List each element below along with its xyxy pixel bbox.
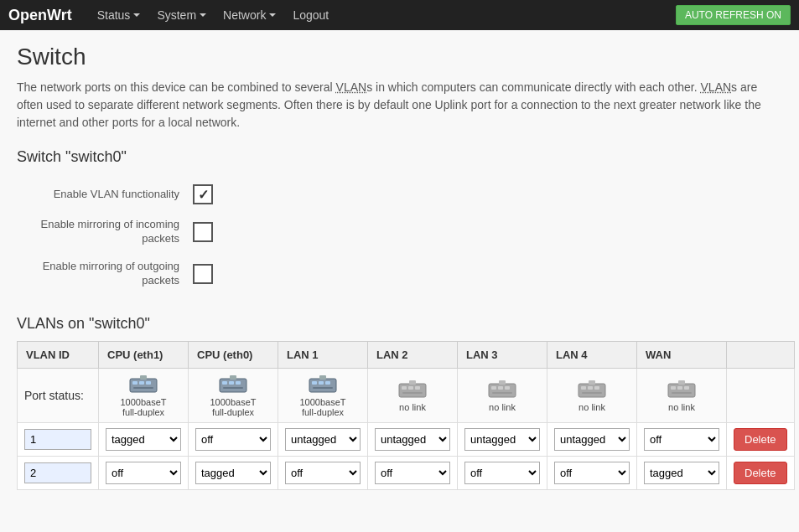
vlan-lan2-select-2[interactable]: off untagged tagged	[375, 462, 450, 484]
svg-rect-39	[684, 386, 689, 390]
svg-rect-28	[492, 392, 512, 394]
vlan-delete-cell-1: Delete	[727, 422, 795, 456]
svg-rect-13	[312, 381, 317, 385]
nav-system[interactable]: System	[148, 0, 215, 30]
svg-rect-10	[223, 387, 243, 389]
nav-network[interactable]: Network	[215, 0, 284, 30]
mirror-incoming-label: Enable mirroring of incoming packets	[17, 218, 193, 246]
vlan-lan1-select-1[interactable]: untagged off tagged	[285, 428, 361, 451]
mirror-incoming-checkbox[interactable]	[193, 222, 213, 242]
vlan-lan2-cell-1: untagged off tagged	[368, 422, 458, 456]
switch-section-title: Switch "switch0"	[17, 148, 782, 166]
col-cpu-eth0: CPU (eth0)	[189, 341, 278, 368]
port-status-cpu-eth1: 1000baseT full-duplex	[99, 368, 189, 422]
vlan-cpu-eth0-select-2[interactable]: tagged off untagged	[195, 462, 271, 484]
delete-button-1[interactable]: Delete	[734, 428, 787, 451]
vlan-wan-select-2[interactable]: tagged off untagged	[644, 462, 719, 484]
port-status-label-cell: Port status:	[18, 368, 99, 422]
svg-rect-2	[139, 381, 144, 385]
svg-rect-30	[578, 384, 605, 397]
delete-button-2[interactable]: Delete	[734, 462, 787, 484]
port-status-wan: no link	[637, 368, 727, 422]
port-status-lan4: no link	[547, 368, 637, 422]
vlan-lan3-cell-1: untagged off tagged	[458, 422, 547, 456]
mirror-incoming-row: Enable mirroring of incoming packets	[17, 211, 782, 253]
vlan-lan3-cell-2: off untagged tagged	[458, 456, 547, 489]
port-disconnected-icon	[397, 379, 428, 402]
svg-rect-19	[402, 386, 407, 390]
port-disconnected-icon	[667, 379, 697, 402]
vlan-lan3-select-2[interactable]: off untagged tagged	[464, 462, 540, 484]
vlan-cpu-eth1-select-2[interactable]: off tagged untagged	[106, 462, 181, 484]
vlan-lan2-cell-2: off untagged tagged	[368, 456, 458, 489]
vlan-id-input-2[interactable]	[24, 462, 91, 483]
svg-rect-8	[229, 381, 234, 385]
vlan-id-input-1[interactable]	[24, 429, 91, 450]
page-description: The network ports on this device can be …	[17, 79, 782, 132]
port-connected-icon	[128, 374, 158, 397]
svg-rect-22	[402, 392, 423, 394]
port-status-lan1: 1000baseT full-duplex	[278, 368, 368, 422]
svg-rect-3	[146, 381, 151, 385]
svg-rect-33	[594, 386, 599, 390]
vlan-cpu-eth0-select-1[interactable]: off tagged untagged	[195, 428, 271, 451]
svg-rect-0	[130, 379, 157, 392]
vlan-lan4-cell-1: untagged off tagged	[547, 422, 637, 456]
svg-rect-41	[678, 380, 685, 385]
svg-rect-37	[671, 386, 676, 390]
svg-rect-36	[668, 384, 695, 397]
svg-rect-11	[230, 375, 236, 380]
vlan-lan4-select-2[interactable]: off untagged tagged	[554, 462, 630, 484]
table-row: tagged off untagged off tagged untagged …	[18, 422, 795, 456]
port-disconnected-icon	[577, 379, 607, 402]
main-content: Switch The network ports on this device …	[0, 30, 799, 504]
mirror-outgoing-label: Enable mirroring of outgoing packets	[17, 260, 193, 288]
vlan-cpu-eth1-select-1[interactable]: tagged off untagged	[106, 428, 181, 451]
vlan-lan1-cell-1: untagged off tagged	[278, 422, 368, 456]
nav-logout[interactable]: Logout	[284, 0, 337, 30]
svg-rect-29	[499, 380, 506, 385]
svg-rect-15	[325, 381, 330, 385]
svg-rect-17	[319, 375, 326, 380]
col-actions	[727, 341, 795, 368]
vlan-delete-cell-2: Delete	[727, 456, 795, 489]
auto-refresh-button[interactable]: AUTO REFRESH ON	[676, 5, 791, 25]
vlan-lan1-select-2[interactable]: off untagged tagged	[285, 462, 361, 484]
svg-rect-27	[505, 386, 510, 390]
svg-rect-16	[313, 387, 333, 389]
port-status-row: Port status: 1000baseT	[18, 368, 795, 422]
vlan-wan-cell-2: tagged off untagged	[637, 456, 727, 489]
enable-vlan-checkbox[interactable]	[193, 184, 213, 204]
vlan-cpu-eth1-cell-2: off tagged untagged	[99, 456, 189, 489]
vlan-lan3-select-1[interactable]: untagged off tagged	[464, 428, 540, 451]
mirror-outgoing-checkbox[interactable]	[193, 264, 213, 284]
switch-form: Enable VLAN functionality Enable mirrori…	[17, 178, 782, 295]
svg-rect-34	[582, 392, 602, 394]
vlan-lan2-select-1[interactable]: untagged off tagged	[375, 428, 450, 451]
vlan-cpu-eth0-cell-1: off tagged untagged	[189, 422, 278, 456]
vlan-lan4-cell-2: off untagged tagged	[547, 456, 637, 489]
vlan-wan-select-1[interactable]: off tagged untagged	[644, 428, 719, 451]
svg-rect-5	[140, 375, 147, 380]
brand: OpenWrt	[8, 7, 72, 24]
vlan-cpu-eth1-cell-1: tagged off untagged	[99, 422, 189, 456]
table-row: off tagged untagged tagged off untagged …	[18, 456, 795, 489]
nav-status[interactable]: Status	[89, 0, 149, 30]
vlan-cpu-eth0-cell-2: tagged off untagged	[189, 456, 278, 489]
svg-rect-4	[133, 387, 153, 389]
vlan-id-cell-2	[18, 456, 99, 489]
chevron-down-icon	[133, 13, 140, 17]
svg-rect-20	[408, 386, 413, 390]
vlan-lan4-select-1[interactable]: untagged off tagged	[554, 428, 630, 451]
page-title: Switch	[17, 44, 782, 70]
col-wan: WAN	[637, 341, 727, 368]
svg-rect-1	[132, 381, 137, 385]
col-cpu-eth1: CPU (eth1)	[99, 341, 189, 368]
vlan-abbr-2: VLAN	[701, 80, 732, 94]
svg-rect-21	[415, 386, 420, 390]
vlan-table: VLAN ID CPU (eth1) CPU (eth0) LAN 1 LAN …	[17, 341, 795, 490]
svg-rect-18	[399, 384, 426, 397]
port-disconnected-icon	[487, 379, 517, 402]
navbar: OpenWrt Status System Network Logout AUT…	[0, 0, 799, 30]
svg-rect-38	[677, 386, 682, 390]
